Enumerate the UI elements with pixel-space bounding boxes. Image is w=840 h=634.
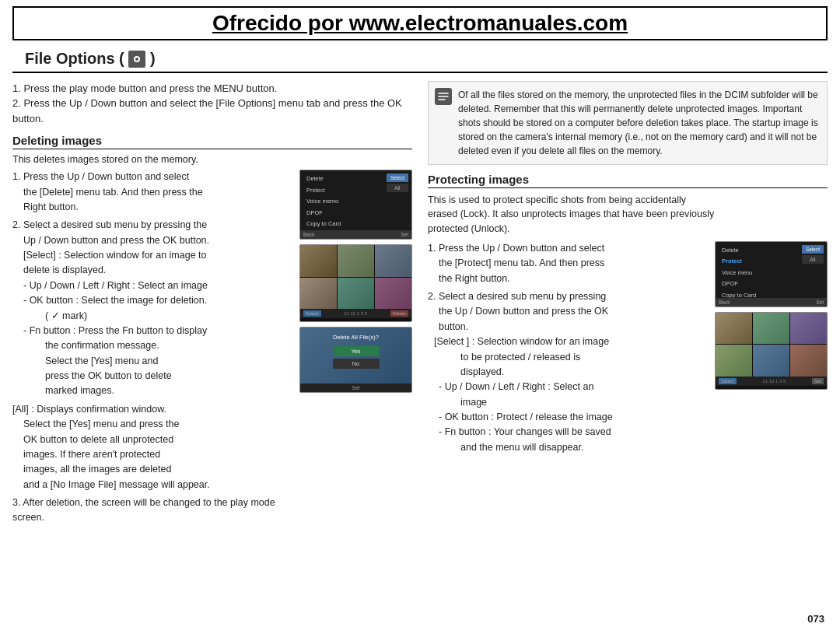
del-s3: 3. After deletion, the screen will be ch… [12, 496, 292, 526]
svg-point-2 [135, 58, 138, 61]
protect-desc: This is used to protect specific shots f… [428, 193, 828, 236]
protecting-images-section: Protecting images This is used to protec… [428, 173, 828, 456]
note-box: Of all the files stored on the memory, t… [428, 81, 828, 165]
del-s1a: 1. Press the Up / Down button and select… [12, 170, 292, 215]
note-text: Of all the files stored on the memory, t… [458, 88, 821, 158]
del-bullet3: - Fn button : Press the Fn button to dis… [23, 324, 292, 338]
prot-s2d: [Select ] : Selection window for an imag… [434, 335, 707, 349]
del-bullet3b: the confirmation message. [45, 338, 292, 353]
del-all-e: and a [No Image File] message will appea… [23, 478, 292, 492]
del-bullet2: - OK button : Select the image for delet… [23, 293, 292, 308]
right-column: Of all the files stored on the memory, t… [428, 81, 828, 534]
delete-screen-gallery: Select 11 12 1 3 5 Delete [299, 244, 412, 322]
del-bullet1: - Up / Down / Left / Right : Select an i… [23, 278, 292, 293]
del-all-d: images, all the images are deleted [23, 462, 292, 477]
del-check: ( ✓ mark) [45, 309, 292, 324]
prot-s2: 2. Select a desired sub menu by pressing… [428, 289, 707, 335]
prot-s2f: displayed. [460, 365, 707, 380]
prot-b1b: image [460, 395, 707, 410]
header-banner: Ofrecido por www.electromanuales.com [12, 6, 828, 40]
intro-step1: 1. Press the play mode button and press … [12, 81, 412, 96]
deleting-images-section: Deleting images This deletes images stor… [12, 134, 412, 526]
delete-screen-menu: Delete Protect Voice memo DPOF Copy to C… [299, 170, 412, 240]
del-all-b: OK button to delete all unprotected [23, 433, 292, 447]
delete-screen-confirm: Delete All File(s)? Yes No Set [299, 327, 412, 393]
del-bullet3c: Select the [Yes] menu and [45, 354, 292, 369]
deleting-screenshots: Delete Protect Voice memo DPOF Copy to C… [299, 170, 412, 393]
protect-screen-gallery: Select 11 12 1 3 5 Set [715, 312, 828, 390]
del-bullet3d: press the OK button to delete [45, 369, 292, 384]
protecting-steps: 1. Press the Up / Down button and select… [428, 241, 707, 455]
prot-b2: - OK button : Protect / release the imag… [439, 410, 707, 425]
prot-b1: - Up / Down / Left / Right : Select an [439, 380, 707, 394]
file-icon [128, 51, 145, 68]
deleting-images-title: Deleting images [12, 134, 412, 149]
del-s2a: 2. Select a desired sub menu by pressing… [12, 218, 292, 278]
protecting-screenshots: Delete Protect Voice menu DPOF Copy to C… [715, 241, 828, 390]
deleting-note: This deletes images stored on the memory… [12, 154, 412, 165]
del-all-c: images. If there aren't protected [23, 447, 292, 462]
del-all-a: Select the [Yes] menu and press the [23, 417, 292, 432]
prot-b3b: and the menu will disappear. [460, 440, 707, 455]
protect-screen-menu: Delete Protect Voice menu DPOF Copy to C… [715, 241, 828, 307]
page-number: 073 [807, 613, 824, 625]
banner-text: Ofrecido por www.electromanuales.com [212, 11, 628, 35]
prot-s2e: to be protected / released is [460, 350, 707, 365]
del-all: [All] : Displays confirmation window. [12, 402, 292, 417]
intro-steps: 1. Press the play mode button and press … [12, 81, 412, 127]
intro-step2: 2. Press the Up / Down button and select… [12, 96, 412, 126]
prot-s1: 1. Press the Up / Down button and select… [428, 241, 707, 286]
page-title: File Options ( ) [12, 47, 828, 73]
del-bullet3e: marked images. [45, 384, 292, 398]
left-column: 1. Press the play mode button and press … [12, 81, 412, 534]
note-icon [435, 88, 452, 105]
prot-b3: - Fn button : Your changes will be saved [439, 425, 707, 440]
deleting-steps: 1. Press the Up / Down button and select… [12, 170, 292, 526]
title-text: File Options ( ) [25, 50, 156, 68]
protecting-images-title: Protecting images [428, 173, 828, 188]
